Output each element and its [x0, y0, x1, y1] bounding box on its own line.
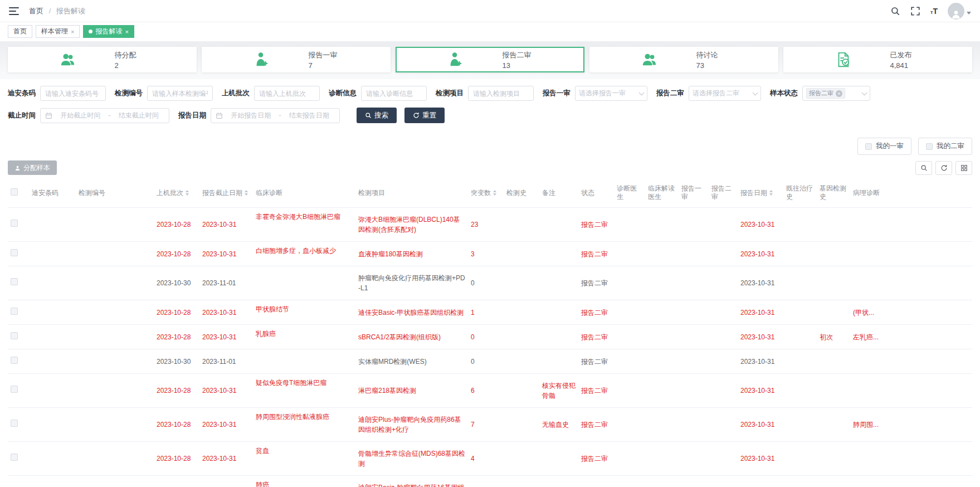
report-date-range[interactable]: 开始报告日期 - 结束报告日期: [211, 108, 340, 123]
table-search-button[interactable]: [915, 161, 932, 175]
cell-report_date: 2023-10-31: [738, 266, 783, 300]
row-checkbox[interactable]: [11, 249, 18, 256]
table-row[interactable]: 2023-10-282023-10-31贫血骨髓增生异常综合征(MDS)68基因…: [8, 442, 972, 476]
filter-label: 报告二审: [656, 89, 684, 98]
row-checkbox[interactable]: [11, 308, 18, 315]
card-published[interactable]: 已发布 4,841: [783, 47, 972, 72]
table-toolbar: 分配样本: [0, 155, 980, 179]
table-refresh-button[interactable]: [935, 161, 952, 175]
table-row[interactable]: 2023-10-282023-10-31肺癌迪朗安Basic-肿瘤靶向用药16基…: [8, 476, 972, 487]
cell-review2: [709, 442, 738, 476]
cell-test_no: [76, 408, 154, 442]
card-second-review[interactable]: 报告二审 13: [396, 47, 584, 72]
my-second-review-toggle[interactable]: 我的二审: [918, 138, 972, 155]
cell-status: 报告二审: [578, 349, 614, 374]
sort-icon[interactable]: [245, 190, 248, 196]
sort-icon[interactable]: [769, 190, 773, 196]
filter-label: 上机批次: [222, 89, 250, 98]
cell-review1: [679, 300, 709, 325]
table-row[interactable]: 2023-10-282023-10-31非霍奇金弥漫大B细胞淋巴瘤弥漫大B细胞淋…: [8, 208, 972, 242]
toggle-label: 我的一审: [876, 142, 904, 151]
avatar[interactable]: [948, 3, 964, 20]
row-checkbox[interactable]: [11, 278, 18, 285]
table-row[interactable]: 2023-10-282023-10-31疑似免疫母T细胞淋巴瘤淋巴瘤218基因检…: [8, 374, 972, 408]
col-report-date[interactable]: 报告日期: [738, 179, 783, 208]
table-columns-button[interactable]: [955, 161, 972, 175]
filter-panel: 迪安条码 检测编号 上机批次 诊断信息 检测项目 报告一审 请选择报告一审 报告…: [0, 79, 980, 123]
cell-remark: [539, 476, 578, 487]
cell-report_date: 2023-10-31: [738, 408, 783, 442]
cell-test_no: [76, 349, 154, 374]
tab-label: 首页: [13, 27, 27, 36]
cell-prior_treatment: [783, 300, 817, 325]
col-report-deadline[interactable]: 报告截止日期: [199, 179, 253, 208]
cell-gene_history: [817, 442, 850, 476]
tab-label: 报告解读: [95, 27, 122, 36]
close-icon[interactable]: ×: [125, 28, 128, 35]
table-row[interactable]: 2023-10-302023-11-01实体瘤MRD检测(WES)0报告二审20…: [8, 349, 972, 374]
card-count: 4,841: [890, 61, 922, 70]
card-pending-discussion[interactable]: 待讨论 73: [589, 47, 778, 72]
font-size-icon[interactable]: тT: [930, 7, 938, 16]
card-pending-assign[interactable]: 待分配 2: [8, 47, 197, 72]
card-title: 待讨论: [696, 50, 728, 60]
col-run-batch[interactable]: 上机批次: [154, 179, 199, 208]
table-row[interactable]: 2023-10-282023-10-31白细胞增多症，血小板减少血液肿瘤180基…: [8, 242, 972, 266]
breadcrumb-home[interactable]: 首页: [29, 7, 43, 15]
search-icon[interactable]: [890, 6, 900, 16]
sort-icon[interactable]: [186, 190, 189, 196]
sort-icon[interactable]: [493, 190, 496, 196]
filter-label: 迪安条码: [8, 89, 36, 98]
col-mutation-count[interactable]: 突变数: [468, 179, 504, 208]
test-number-input[interactable]: [147, 86, 213, 101]
close-icon[interactable]: ×: [71, 28, 74, 35]
cell-test_no: [76, 300, 154, 325]
cell-status: 报告二审: [578, 300, 614, 325]
row-checkbox[interactable]: [11, 420, 18, 427]
row-checkbox[interactable]: [11, 454, 18, 461]
tab-report-interpretation[interactable]: 报告解读 ×: [83, 25, 134, 38]
tab-home[interactable]: 首页: [8, 25, 32, 38]
row-checkbox[interactable]: [11, 357, 18, 364]
table-row[interactable]: 2023-10-282023-10-31肺周围型浸润性黏液腺癌迪朗安Plus-肿…: [8, 408, 972, 442]
select-all-checkbox[interactable]: [11, 188, 18, 196]
cell-remark: [539, 242, 578, 266]
search-button[interactable]: 搜索: [357, 108, 397, 123]
tab-label: 样本管理: [41, 27, 68, 36]
search-icon: [920, 164, 928, 172]
deadline-date-range[interactable]: 开始截止时间 - 结束截止时间: [40, 108, 169, 123]
tag-close-icon[interactable]: ×: [836, 90, 842, 97]
test-project-input[interactable]: [468, 86, 534, 101]
cell-review1: [679, 266, 709, 300]
table-row[interactable]: 2023-10-302023-11-01肿瘤靶向免疫化疗用药基因检测+PD-L1…: [8, 266, 972, 300]
grid-icon: [961, 164, 968, 172]
tab-sample-management[interactable]: 样本管理 ×: [36, 25, 80, 38]
row-checkbox[interactable]: [11, 386, 18, 393]
second-review-select[interactable]: 请选择报告二审: [689, 86, 761, 101]
assign-sample-button[interactable]: 分配样本: [8, 160, 57, 175]
diagnosis-info-input[interactable]: [361, 86, 427, 101]
barcode-input[interactable]: [40, 86, 106, 101]
cell-diagnosis: 乳腺癌: [253, 325, 355, 349]
row-checkbox[interactable]: [11, 220, 18, 227]
user-menu[interactable]: [948, 3, 971, 20]
first-review-select[interactable]: 请选择报告一审: [575, 86, 647, 101]
table-row[interactable]: 2023-10-282023-10-31甲状腺结节迪佳安Basic-甲状腺癌基因…: [8, 300, 972, 325]
cell-diagnosis: 贫血: [253, 442, 355, 476]
table-row[interactable]: 2023-10-282023-10-31乳腺癌sBRCA1/2基因检测(组织版)…: [8, 325, 972, 349]
my-first-review-toggle[interactable]: 我的一审: [857, 138, 911, 155]
run-batch-input[interactable]: [254, 86, 320, 101]
cell-history: [504, 325, 539, 349]
cell-diagnosis: 甲状腺结节: [253, 300, 355, 325]
sidebar-collapse-icon[interactable]: [9, 7, 19, 15]
reset-button[interactable]: 重置: [404, 108, 445, 123]
col-barcode: 迪安条码: [29, 179, 76, 208]
sample-status-select[interactable]: 报告二审 ×: [802, 86, 870, 101]
cell-gene_history: [817, 242, 850, 266]
fullscreen-icon[interactable]: [910, 6, 920, 16]
cell-mutations: 6: [468, 374, 504, 408]
cell-history: [504, 408, 539, 442]
card-first-review[interactable]: 报告一审 7: [202, 47, 391, 72]
cell-batch: 2023-10-28: [154, 242, 199, 266]
row-checkbox[interactable]: [11, 332, 18, 339]
